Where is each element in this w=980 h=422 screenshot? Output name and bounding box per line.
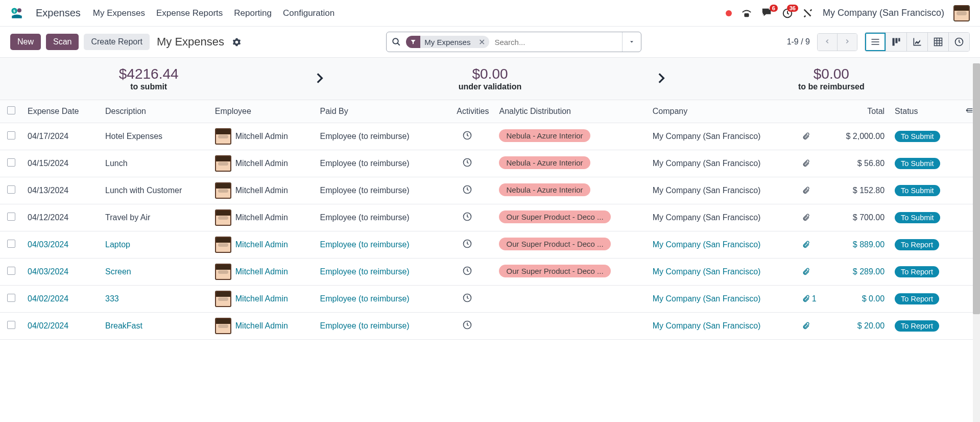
debug-icon[interactable] xyxy=(802,8,814,19)
col-activities[interactable]: Activities xyxy=(441,100,494,123)
nav-my-expenses[interactable]: My Expenses xyxy=(93,8,145,18)
col-total[interactable]: Total xyxy=(828,100,890,123)
table-row[interactable]: 04/02/2024 333 Mitchell Admin Employee (… xyxy=(0,286,980,313)
row-checkbox[interactable] xyxy=(7,213,15,221)
cell-attachment xyxy=(797,204,828,231)
analytic-tag[interactable]: Nebula - Azure Interior xyxy=(499,183,590,196)
summary-to-submit[interactable]: $4216.44 to submit xyxy=(0,66,297,91)
cell-activity[interactable] xyxy=(441,123,494,150)
analytic-tag[interactable]: Our Super Product - Deco ... xyxy=(499,238,610,250)
table-row[interactable]: 04/03/2024 Laptop Mitchell Admin Employe… xyxy=(0,231,980,259)
cell-total: $ 56.80 xyxy=(828,150,890,177)
scrollbar-thumb[interactable] xyxy=(973,63,980,314)
cell-status: To Submit xyxy=(890,177,960,204)
pager-counter[interactable]: 1-9 / 9 xyxy=(787,37,810,46)
attachment-indicator[interactable] xyxy=(802,241,823,249)
messaging-icon[interactable]: 6 xyxy=(761,8,773,19)
breadcrumb: My Expenses xyxy=(157,35,224,49)
cell-paid-by: Employee (to reimburse) xyxy=(315,313,441,340)
company-selector[interactable]: My Company (San Francisco) xyxy=(823,8,944,18)
col-paid-by[interactable]: Paid By xyxy=(315,100,441,123)
cell-activity[interactable] xyxy=(441,204,494,231)
gear-icon[interactable] xyxy=(232,38,241,46)
table-row[interactable]: 04/03/2024 Screen Mitchell Admin Employe… xyxy=(0,259,980,286)
attachment-indicator[interactable] xyxy=(802,132,823,140)
search-options-dropdown[interactable] xyxy=(622,32,641,52)
employee-avatar xyxy=(215,237,231,253)
cell-company: My Company (San Francisco) xyxy=(648,313,797,340)
search-icon[interactable] xyxy=(387,37,406,46)
nav-configuration[interactable]: Configuration xyxy=(283,8,334,18)
status-badge: To Submit xyxy=(895,158,940,169)
cell-description: Lunch with Customer xyxy=(100,177,210,204)
search-input[interactable] xyxy=(492,38,622,46)
col-analytic[interactable]: Analytic Distribution xyxy=(494,100,647,123)
analytic-tag[interactable]: Our Super Product - Deco ... xyxy=(499,210,610,223)
cell-activity[interactable] xyxy=(441,231,494,259)
attachment-indicator[interactable] xyxy=(802,322,823,330)
cell-activity[interactable] xyxy=(441,259,494,286)
analytic-tag[interactable]: Nebula - Azure Interior xyxy=(499,129,590,142)
attachment-indicator[interactable]: 1 xyxy=(802,294,823,303)
pager-next[interactable] xyxy=(837,34,857,51)
cell-activity[interactable] xyxy=(441,150,494,177)
view-pivot[interactable] xyxy=(927,33,948,51)
table-row[interactable]: 04/02/2024 BreakFast Mitchell Admin Empl… xyxy=(0,313,980,340)
analytic-tag[interactable]: Nebula - Azure Interior xyxy=(499,156,590,169)
table-row[interactable]: 04/12/2024 Travel by Air Mitchell Admin … xyxy=(0,204,980,231)
row-checkbox[interactable] xyxy=(7,321,15,329)
col-status[interactable]: Status xyxy=(890,100,960,123)
filter-icon xyxy=(406,36,420,48)
cell-status: To Report xyxy=(890,313,960,340)
nav-reporting[interactable]: Reporting xyxy=(234,8,272,18)
analytic-tag[interactable]: Our Super Product - Deco ... xyxy=(499,265,610,277)
create-report-button[interactable]: Create Report xyxy=(84,34,150,50)
col-date[interactable]: Expense Date xyxy=(22,100,100,123)
view-activity[interactable] xyxy=(948,33,969,51)
summary-label: under validation xyxy=(341,82,638,91)
col-description[interactable]: Description xyxy=(100,100,210,123)
row-checkbox[interactable] xyxy=(7,267,15,275)
table-row[interactable]: 04/13/2024 Lunch with Customer Mitchell … xyxy=(0,177,980,204)
new-button[interactable]: New xyxy=(10,34,41,50)
cell-analytic xyxy=(494,313,647,340)
attachment-indicator[interactable] xyxy=(802,159,823,168)
attachment-indicator[interactable] xyxy=(802,268,823,276)
cell-company: My Company (San Francisco) xyxy=(648,150,797,177)
row-checkbox[interactable] xyxy=(7,185,15,194)
row-checkbox[interactable] xyxy=(7,294,15,302)
view-list[interactable] xyxy=(865,33,886,51)
status-badge: To Report xyxy=(895,266,939,277)
col-employee[interactable]: Employee xyxy=(210,100,315,123)
status-badge: To Submit xyxy=(895,131,940,142)
attachment-indicator[interactable] xyxy=(802,214,823,222)
col-company[interactable]: Company xyxy=(648,100,797,123)
search-tag-remove[interactable]: ✕ xyxy=(474,37,489,47)
voip-icon[interactable] xyxy=(741,8,752,19)
nav-expense-reports[interactable]: Expense Reports xyxy=(156,8,223,18)
vertical-scrollbar[interactable] xyxy=(973,63,980,340)
summary-label: to be reimbursed xyxy=(683,82,980,91)
row-checkbox[interactable] xyxy=(7,131,15,139)
cell-activity[interactable] xyxy=(441,313,494,340)
summary-under-validation[interactable]: $0.00 under validation xyxy=(341,66,638,91)
view-kanban[interactable] xyxy=(886,33,906,51)
summary-to-reimburse[interactable]: $0.00 to be reimbursed xyxy=(683,66,980,91)
row-checkbox[interactable] xyxy=(7,240,15,248)
scan-button[interactable]: Scan xyxy=(46,34,79,50)
employee-avatar xyxy=(215,209,231,226)
pager-prev[interactable] xyxy=(818,34,837,51)
app-logo[interactable]: $ xyxy=(10,7,23,20)
attachment-indicator[interactable] xyxy=(802,186,823,195)
row-checkbox[interactable] xyxy=(7,158,15,167)
user-avatar[interactable] xyxy=(953,5,970,21)
cell-activity[interactable] xyxy=(441,286,494,313)
table-row[interactable]: 04/15/2024 Lunch Mitchell Admin Employee… xyxy=(0,150,980,177)
table-row[interactable]: 04/17/2024 Hotel Expenses Mitchell Admin… xyxy=(0,123,980,150)
activities-icon[interactable]: 36 xyxy=(782,8,793,19)
cell-total: $ 700.00 xyxy=(828,204,890,231)
cell-activity[interactable] xyxy=(441,177,494,204)
view-graph[interactable] xyxy=(906,33,927,51)
select-all-checkbox[interactable] xyxy=(7,106,15,114)
cell-analytic: Our Super Product - Deco ... xyxy=(494,259,647,286)
